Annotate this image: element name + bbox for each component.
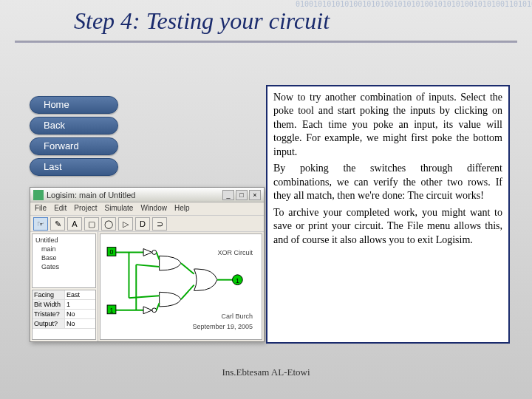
slide-title: Step 4: Testing your circuit: [74, 7, 330, 35]
circuit-title-label: XOR Circuit: [217, 249, 253, 256]
svg-marker-6: [143, 307, 152, 314]
menu-help[interactable]: Help: [174, 204, 190, 214]
home-button[interactable]: Home: [30, 96, 118, 114]
instruction-p1: Now to try another combination of inputs…: [273, 91, 502, 159]
svg-text:1: 1: [236, 277, 239, 284]
menubar: File Edit Project Simulate Window Help: [30, 202, 264, 216]
properties-table: FacingEast Bit Width1 Tristate?No Output…: [32, 290, 96, 340]
prop-facing-value[interactable]: East: [65, 290, 95, 299]
maximize-button[interactable]: □: [236, 190, 248, 200]
menu-project[interactable]: Project: [74, 204, 97, 214]
svg-marker-4: [143, 249, 152, 256]
and-gate-tool[interactable]: D: [135, 217, 150, 231]
svg-line-8: [157, 252, 160, 259]
prop-tristate-label: Tristate?: [33, 310, 65, 318]
menu-edit[interactable]: Edit: [54, 204, 66, 214]
menu-window[interactable]: Window: [140, 204, 167, 214]
menu-file[interactable]: File: [35, 204, 47, 214]
minimize-button[interactable]: _: [222, 190, 234, 200]
decorative-binary: 0100101010101001010100101010100101010100…: [296, 0, 532, 44]
text-tool[interactable]: A: [67, 217, 82, 231]
prop-output-label: Output?: [33, 319, 65, 328]
titlebar: Logisim: main of Untitled _ □ ×: [30, 188, 264, 202]
svg-line-12: [181, 263, 194, 274]
close-button[interactable]: ×: [249, 190, 261, 200]
poke-tool[interactable]: ☞: [33, 217, 48, 231]
slide-footer: Ins.Ebtesam AL-Etowi: [0, 366, 532, 378]
nav-button-group: Home Back Forward Last: [30, 96, 118, 176]
prop-output-value[interactable]: No: [65, 319, 95, 328]
svg-line-13: [181, 285, 194, 300]
window-title: Logisim: main of Untitled: [47, 191, 222, 200]
tree-item-base[interactable]: Base: [34, 253, 94, 262]
project-tree[interactable]: Untitled main Base Gates: [32, 233, 96, 288]
output-pin-tool[interactable]: ◯: [101, 217, 116, 231]
prop-facing-label: Facing: [33, 290, 65, 299]
not-gate-tool[interactable]: ▷: [118, 217, 133, 231]
instruction-p3: To archive your completed work, you migh…: [273, 206, 502, 247]
date-label: September 19, 2005: [192, 323, 253, 330]
menu-simulate[interactable]: Simulate: [104, 204, 133, 214]
back-button[interactable]: Back: [30, 117, 118, 134]
or-gate-tool[interactable]: ⊃: [152, 217, 167, 231]
tree-root[interactable]: Untitled: [34, 236, 94, 245]
edit-tool[interactable]: ✎: [50, 217, 65, 231]
title-underline: [15, 41, 517, 43]
last-button[interactable]: Last: [30, 158, 118, 176]
svg-point-7: [152, 308, 157, 313]
instruction-p2: By poking the switches through different…: [273, 162, 502, 202]
svg-line-11: [157, 303, 160, 310]
circuit-canvas[interactable]: 0 1 1 XOR Circuit Carl Burch September 1…: [100, 233, 262, 340]
svg-line-9: [136, 265, 159, 267]
svg-point-5: [152, 250, 157, 255]
side-panel: Untitled main Base Gates FacingEast Bit …: [30, 232, 98, 341]
tree-item-gates[interactable]: Gates: [34, 262, 94, 271]
input-pin-tool[interactable]: ▢: [84, 217, 99, 231]
prop-tristate-value[interactable]: No: [65, 310, 95, 318]
app-icon: [33, 190, 44, 200]
prop-bitwidth-value[interactable]: 1: [65, 300, 95, 309]
author-label: Carl Burch: [221, 313, 253, 320]
instruction-text-panel: Now to try another combination of inputs…: [266, 85, 510, 344]
toolbar: ☞ ✎ A ▢ ◯ ▷ D ⊃: [30, 216, 264, 232]
svg-text:0: 0: [110, 248, 114, 256]
svg-line-10: [129, 296, 159, 298]
prop-bitwidth-label: Bit Width: [33, 300, 65, 309]
forward-button[interactable]: Forward: [30, 137, 118, 155]
tree-item-main[interactable]: main: [34, 245, 94, 253]
svg-text:1: 1: [110, 307, 114, 314]
logisim-window: Logisim: main of Untitled _ □ × File Edi…: [30, 187, 265, 342]
